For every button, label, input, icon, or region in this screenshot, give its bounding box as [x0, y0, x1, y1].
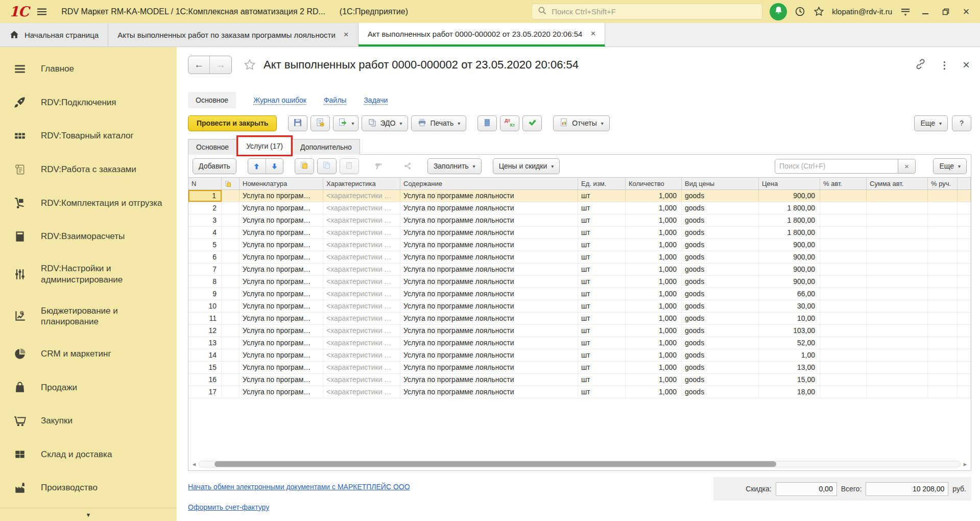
hamburger-menu-icon[interactable] [36, 6, 48, 18]
barcode-scanner-icon[interactable] [370, 159, 388, 174]
favorite-star-icon[interactable] [243, 58, 256, 72]
register-records-button[interactable] [477, 115, 497, 131]
table-row[interactable]: 17Услуга по програм…<характеристики …Усл… [188, 386, 971, 398]
subnav-link[interactable]: Файлы [324, 96, 346, 105]
share-icon[interactable] [399, 159, 416, 174]
nav-back-button[interactable]: ← [188, 56, 210, 74]
post-document-button[interactable] [310, 115, 330, 131]
history-icon[interactable] [794, 6, 806, 17]
table-search-input[interactable]: Поиск (Ctrl+F) [775, 159, 898, 174]
toolbar-more-button[interactable]: Еще▾ [914, 115, 948, 131]
edo-button[interactable]: ЭДО▾ [362, 115, 408, 131]
column-header-sum_auto[interactable]: Сумма авт. [867, 178, 928, 190]
post-and-close-button[interactable]: Провести и закрыть [188, 115, 277, 131]
doc-tab[interactable]: Услуги (17) [238, 137, 291, 155]
column-header-characteristic[interactable]: Характеристика [323, 178, 400, 190]
debit-credit-button[interactable]: ДтКт [500, 115, 519, 131]
restore-button[interactable] [939, 5, 952, 18]
sidebar-item-production[interactable]: Производство [0, 481, 177, 494]
table-row[interactable]: 10Услуга по програм…<характеристики …Усл… [188, 300, 971, 313]
table-row[interactable]: 14Услуга по програм…<характеристики …Усл… [188, 349, 971, 362]
notifications-button[interactable] [770, 3, 787, 20]
table-row[interactable]: 11Услуга по програм…<характеристики …Усл… [188, 313, 971, 325]
move-row-down-button[interactable] [266, 159, 283, 174]
table-row[interactable]: 15Услуга по програм…<характеристики …Усл… [188, 362, 971, 374]
scrollbar-thumb[interactable] [214, 461, 776, 467]
column-header-price[interactable]: Цена [759, 178, 820, 190]
create-invoice-link[interactable]: Оформить счет-фактуру [188, 503, 269, 511]
table-row[interactable]: 13Услуга по програм…<характеристики …Усл… [188, 337, 971, 349]
add-row-button[interactable]: Добавить [193, 158, 236, 174]
check-status-button[interactable] [522, 115, 542, 131]
sidebar-item-catalog[interactable]: RDV:Товарный каталог [0, 129, 177, 143]
table-more-button[interactable]: Еще▾ [933, 158, 967, 174]
subnav-link[interactable]: Задачи [364, 96, 388, 105]
show-groups-button[interactable] [295, 158, 314, 174]
nav-forward-button[interactable]: → [210, 56, 231, 74]
get-link-icon[interactable] [915, 58, 926, 72]
tab-close-icon[interactable]: × [590, 29, 595, 39]
table-row[interactable]: 4Услуга по програм…<характеристики …Услу… [188, 227, 971, 239]
sidebar-item-settings[interactable]: RDV:Настройки и администрирование [0, 263, 177, 285]
table-row[interactable]: 16Услуга по програм…<характеристики …Усл… [188, 374, 971, 386]
table-row[interactable]: 6Услуга по програм…<характеристики …Услу… [188, 251, 971, 264]
reports-button[interactable]: Отчеты▾ [553, 115, 609, 131]
fill-button[interactable]: Заполнить▾ [427, 158, 482, 174]
save-button[interactable] [288, 115, 307, 131]
sidebar-item-warehouse[interactable]: Склад и доставка [0, 448, 177, 461]
service-menu-icon[interactable] [899, 6, 912, 18]
sidebar-item-calc[interactable]: RDV:Взаиморасчеты [0, 230, 177, 243]
scroll-left-icon[interactable]: ◂ [190, 461, 198, 467]
copy-row-button[interactable] [317, 158, 337, 174]
column-header-price_type[interactable]: Вид цены [682, 178, 759, 190]
column-header-n[interactable]: N [188, 178, 222, 190]
scrollbar-track[interactable] [199, 461, 961, 467]
print-button[interactable]: Печать▾ [411, 115, 466, 131]
window-tab[interactable]: Акт выполненных работ 0000-000002 от 23.… [358, 23, 606, 46]
close-window-button[interactable]: × [960, 5, 973, 18]
window-tab[interactable]: Начальная страница [0, 23, 108, 46]
table-row[interactable]: 1Услуга по програм…<характеристики …Услу… [188, 190, 971, 202]
table-row[interactable]: 8Услуга по програм…<характеристики …Услу… [188, 276, 971, 288]
sidebar-item-menu[interactable]: Главное [0, 62, 177, 76]
column-header-qty[interactable]: Количество [626, 178, 682, 190]
column-header-content[interactable]: Содержание [400, 178, 578, 190]
sidebar-item-sales[interactable]: Продажи [0, 381, 177, 394]
move-row-up-button[interactable] [248, 159, 266, 174]
scroll-right-icon[interactable]: ▸ [962, 461, 969, 467]
subnav-current[interactable]: Основное [188, 92, 236, 108]
table-row[interactable]: 7Услуга по програм…<характеристики …Услу… [188, 264, 971, 276]
total-field[interactable]: 10 208,00 [866, 482, 948, 496]
tab-close-icon[interactable]: × [344, 30, 349, 40]
sidebar-item-orders[interactable]: RDV:Работа с заказами [0, 163, 177, 176]
more-actions-kebab-icon[interactable]: ⋮ [940, 59, 949, 71]
edo-exchange-link[interactable]: Начать обмен электронными документами с … [188, 483, 410, 491]
close-document-icon[interactable]: × [963, 59, 970, 71]
sidebar-item-budget[interactable]: РБюджетирование и планирование [0, 305, 177, 327]
sidebar-item-purchases[interactable]: Закупки [0, 414, 177, 428]
minimize-button[interactable] [919, 5, 932, 18]
table-header-row[interactable]: NНоменклатураХарактеристикаСодержаниеЕд.… [188, 177, 971, 190]
column-header-nomenclature[interactable]: Номенклатура [240, 178, 323, 190]
global-search-input[interactable]: Поиск Ctrl+Shift+F [532, 4, 762, 19]
create-based-on-button[interactable]: ▾ [333, 115, 358, 131]
sidebar-expand-icon[interactable]: ▼ [86, 512, 91, 518]
table-row[interactable]: 3Услуга по програм…<характеристики …Услу… [188, 215, 971, 227]
sidebar-item-shipping[interactable]: RDV:Комплектация и отгрузка [0, 196, 177, 209]
help-button[interactable]: ? [952, 115, 971, 131]
table-row[interactable]: 2Услуга по програм…<характеристики …Услу… [188, 202, 971, 215]
discount-field[interactable]: 0,00 [776, 482, 837, 496]
doc-tab[interactable]: Основное [188, 139, 237, 155]
table-row[interactable]: 5Услуга по програм…<характеристики …Услу… [188, 239, 971, 251]
column-header-pct_auto[interactable]: % авт. [820, 178, 867, 190]
table-row[interactable]: 12Услуга по програм…<характеристики …Усл… [188, 325, 971, 337]
window-tab[interactable]: Акты выполненных работ по заказам програ… [108, 23, 358, 46]
group-column-icon[interactable] [222, 178, 240, 190]
table-search-clear-icon[interactable]: × [898, 159, 916, 174]
sidebar-item-rocket[interactable]: RDV:Подключения [0, 96, 177, 109]
table-row[interactable]: 9Услуга по програм…<характеристики …Услу… [188, 288, 971, 300]
doc-tab[interactable]: Дополнительно [292, 139, 360, 155]
prices-discounts-button[interactable]: Цены и скидки▾ [493, 158, 560, 174]
paste-row-button[interactable] [340, 158, 359, 174]
column-header-pct_manual[interactable]: % руч. [928, 178, 958, 190]
